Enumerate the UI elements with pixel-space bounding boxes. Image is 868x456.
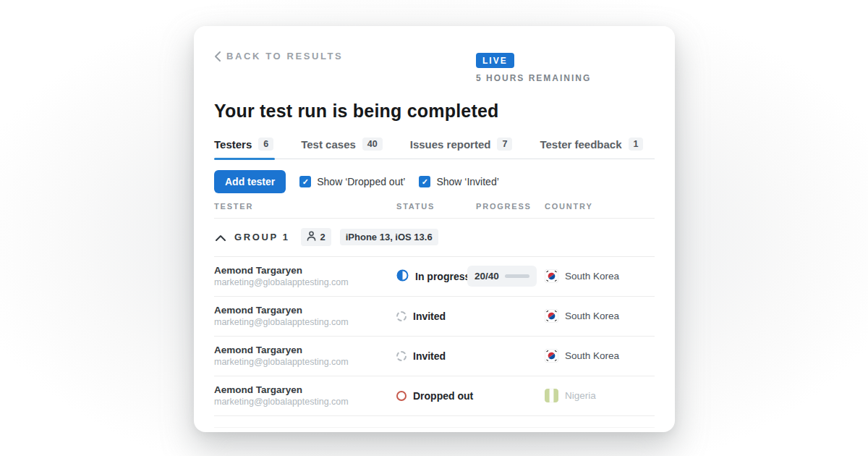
tester-email: marketing@globalapptesting.com: [214, 397, 396, 407]
tab-count-badge: 6: [258, 138, 273, 151]
tester-name: Aemond Targaryen: [214, 305, 396, 316]
tester-email: marketing@globalapptesting.com: [214, 317, 396, 327]
filter-label: Show ‘Invited’: [436, 176, 498, 187]
group-device-chip: iPhone 13, iOS 13.6: [340, 229, 438, 245]
tester-row[interactable]: Aemond Targaryen marketing@globalapptest…: [214, 376, 655, 416]
back-label: BACK TO RESULTS: [226, 51, 343, 62]
person-icon: [307, 231, 316, 243]
tester-name: Aemond Targaryen: [214, 384, 396, 395]
page-title: Your test run is being completed: [214, 101, 655, 122]
table-header: TESTER STATUS PROGRESS COUNTRY: [214, 202, 655, 219]
table-bottom-filler: [214, 416, 655, 428]
tester-cell: Aemond Targaryen marketing@globalapptest…: [214, 384, 396, 407]
invited-icon: [396, 311, 407, 321]
tester-row[interactable]: Aemond Targaryen marketing@globalapptest…: [214, 337, 655, 376]
time-remaining-label: 5 HOURS REMAINING: [476, 73, 591, 83]
checkbox-checked-icon[interactable]: ✓: [419, 176, 430, 187]
status-cell: Invited: [396, 311, 476, 322]
tester-name: Aemond Targaryen: [214, 345, 396, 355]
nigeria-flag-icon: [545, 389, 558, 402]
country-label: South Korea: [565, 271, 619, 282]
in-progress-icon: [396, 269, 409, 284]
country-label: South Korea: [565, 350, 619, 361]
status-cell: Dropped out: [396, 390, 476, 402]
tester-email: marketing@globalapptesting.com: [214, 277, 396, 287]
group-header-row[interactable]: GROUP 1 2 iPhone 13, iOS 13.6: [214, 219, 655, 257]
chevron-up-icon[interactable]: [216, 231, 226, 244]
tab-count-badge: 1: [629, 138, 644, 151]
tab-count-badge: 40: [362, 138, 383, 151]
show-dropped-out-filter[interactable]: ✓ Show ‘Dropped out’: [299, 176, 405, 187]
status-label: Invited: [413, 350, 446, 362]
tab-count-badge: 7: [497, 138, 512, 151]
country-cell: South Korea: [545, 269, 655, 283]
country-cell: South Korea: [545, 349, 655, 363]
progress-value: 20/40: [475, 271, 499, 282]
invited-icon: [396, 351, 407, 361]
show-invited-filter[interactable]: ✓ Show ‘Invited’: [419, 176, 498, 187]
progress-bar: [505, 274, 529, 278]
tab-label: Issues reported: [410, 138, 491, 151]
country-cell: Nigeria: [545, 389, 655, 402]
country-cell: South Korea: [545, 309, 655, 323]
tab-tester-feedback[interactable]: Tester feedback 1: [540, 133, 644, 159]
dropped-out-icon: [396, 391, 407, 401]
group-label: GROUP 1: [234, 232, 289, 242]
tester-email: marketing@globalapptesting.com: [214, 357, 396, 367]
group-count: 2: [320, 232, 325, 242]
chevron-left-icon: [214, 51, 221, 62]
progress-chip: 20/40: [467, 266, 537, 287]
tester-row[interactable]: Aemond Targaryen marketing@globalapptest…: [214, 297, 655, 337]
status-label: In progress: [415, 271, 470, 282]
south-korea-flag-icon: [545, 349, 558, 363]
south-korea-flag-icon: [545, 309, 558, 323]
tab-bar: Testers 6 Test cases 40 Issues reported …: [214, 133, 655, 159]
column-country: COUNTRY: [545, 202, 655, 211]
tester-row[interactable]: Aemond Targaryen marketing@globalapptest…: [214, 257, 655, 297]
add-tester-button[interactable]: Add tester: [214, 170, 286, 193]
tab-label: Testers: [214, 138, 252, 151]
group-tester-count-chip: 2: [301, 228, 331, 246]
filter-label: Show ‘Dropped out’: [317, 176, 405, 187]
status-label: Invited: [413, 311, 446, 322]
country-label: South Korea: [565, 311, 619, 321]
status-cell: In progress: [396, 269, 476, 284]
tab-issues-reported[interactable]: Issues reported 7: [410, 133, 514, 159]
country-label: Nigeria: [565, 390, 596, 401]
tester-cell: Aemond Targaryen marketing@globalapptest…: [214, 265, 396, 287]
status-label: Dropped out: [413, 390, 473, 402]
checkbox-checked-icon[interactable]: ✓: [299, 176, 311, 187]
tester-name: Aemond Targaryen: [214, 265, 396, 276]
tab-test-cases[interactable]: Test cases 40: [301, 133, 384, 159]
tab-label: Tester feedback: [540, 138, 621, 151]
tab-label: Test cases: [301, 138, 356, 151]
south-korea-flag-icon: [545, 269, 558, 283]
topbar: BACK TO RESULTS LIVE 5 HOURS REMAINING: [214, 51, 655, 83]
back-to-results-link[interactable]: BACK TO RESULTS: [214, 51, 343, 62]
live-status-block: LIVE 5 HOURS REMAINING: [476, 53, 655, 83]
tab-testers[interactable]: Testers 6: [214, 133, 275, 159]
column-status: STATUS: [396, 202, 476, 211]
test-run-card: BACK TO RESULTS LIVE 5 HOURS REMAINING Y…: [194, 26, 675, 432]
toolbar: Add tester ✓ Show ‘Dropped out’ ✓ Show ‘…: [214, 170, 655, 193]
live-badge: LIVE: [476, 53, 514, 68]
tester-cell: Aemond Targaryen marketing@globalapptest…: [214, 305, 396, 327]
status-cell: Invited: [396, 350, 476, 362]
column-progress: PROGRESS: [476, 202, 545, 211]
tester-cell: Aemond Targaryen marketing@globalapptest…: [214, 345, 396, 367]
column-tester: TESTER: [214, 202, 396, 211]
